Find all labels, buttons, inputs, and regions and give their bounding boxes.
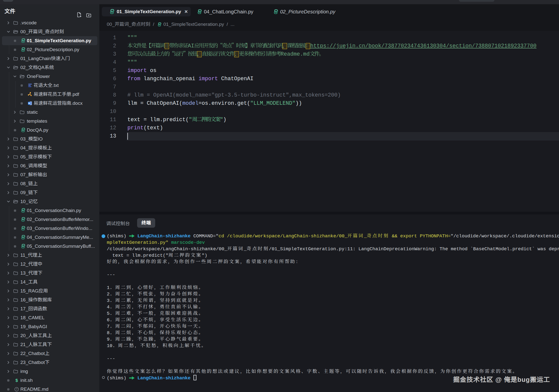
svg-text:W: W [28,102,30,105]
svg-text:$: $ [15,378,18,383]
svg-text:?: ? [16,388,17,391]
